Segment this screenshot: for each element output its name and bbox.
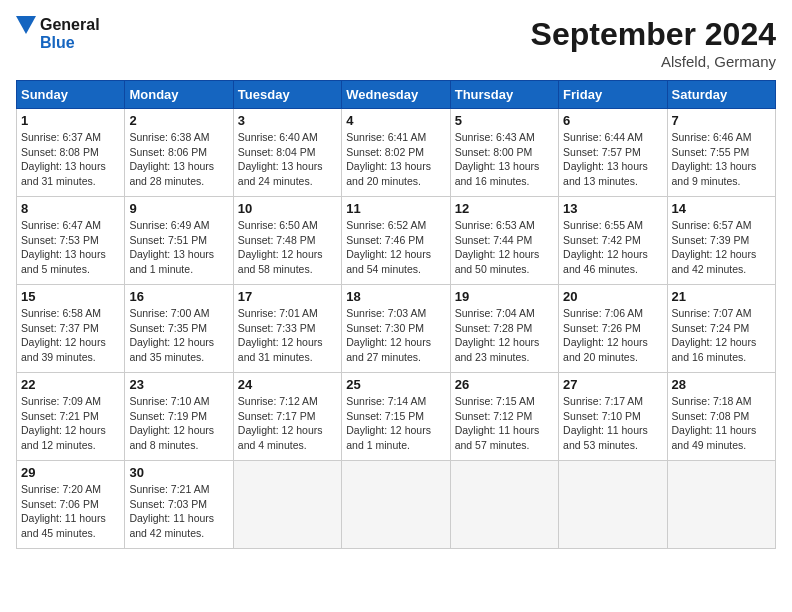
day-cell-11: 11Sunrise: 6:52 AMSunset: 7:46 PMDayligh… <box>342 197 450 285</box>
day-cell-4: 4Sunrise: 6:41 AMSunset: 8:02 PMDaylight… <box>342 109 450 197</box>
day-info: Sunrise: 6:38 AMSunset: 8:06 PMDaylight:… <box>129 130 228 189</box>
title-area: September 2024 Alsfeld, Germany <box>531 16 776 70</box>
day-number: 28 <box>672 377 771 392</box>
day-info: Sunrise: 7:03 AMSunset: 7:30 PMDaylight:… <box>346 306 445 365</box>
day-info: Sunrise: 6:43 AMSunset: 8:00 PMDaylight:… <box>455 130 554 189</box>
calendar-body: 1Sunrise: 6:37 AMSunset: 8:08 PMDaylight… <box>17 109 776 549</box>
day-info: Sunrise: 7:10 AMSunset: 7:19 PMDaylight:… <box>129 394 228 453</box>
calendar-week-2: 8Sunrise: 6:47 AMSunset: 7:53 PMDaylight… <box>17 197 776 285</box>
day-info: Sunrise: 6:57 AMSunset: 7:39 PMDaylight:… <box>672 218 771 277</box>
day-number: 19 <box>455 289 554 304</box>
day-info: Sunrise: 7:12 AMSunset: 7:17 PMDaylight:… <box>238 394 337 453</box>
day-info: Sunrise: 6:37 AMSunset: 8:08 PMDaylight:… <box>21 130 120 189</box>
header-cell-friday: Friday <box>559 81 667 109</box>
day-info: Sunrise: 7:17 AMSunset: 7:10 PMDaylight:… <box>563 394 662 453</box>
day-cell-28: 28Sunrise: 7:18 AMSunset: 7:08 PMDayligh… <box>667 373 775 461</box>
header: General Blue September 2024 Alsfeld, Ger… <box>16 16 776 70</box>
day-cell-29: 29Sunrise: 7:20 AMSunset: 7:06 PMDayligh… <box>17 461 125 549</box>
day-info: Sunrise: 7:06 AMSunset: 7:26 PMDaylight:… <box>563 306 662 365</box>
logo-blue: Blue <box>40 34 100 52</box>
day-cell-empty-6 <box>667 461 775 549</box>
day-info: Sunrise: 6:52 AMSunset: 7:46 PMDaylight:… <box>346 218 445 277</box>
day-cell-20: 20Sunrise: 7:06 AMSunset: 7:26 PMDayligh… <box>559 285 667 373</box>
day-cell-8: 8Sunrise: 6:47 AMSunset: 7:53 PMDaylight… <box>17 197 125 285</box>
day-info: Sunrise: 7:07 AMSunset: 7:24 PMDaylight:… <box>672 306 771 365</box>
day-number: 12 <box>455 201 554 216</box>
day-info: Sunrise: 7:15 AMSunset: 7:12 PMDaylight:… <box>455 394 554 453</box>
day-cell-empty-4 <box>450 461 558 549</box>
day-cell-3: 3Sunrise: 6:40 AMSunset: 8:04 PMDaylight… <box>233 109 341 197</box>
day-number: 26 <box>455 377 554 392</box>
svg-marker-0 <box>16 16 36 34</box>
day-number: 21 <box>672 289 771 304</box>
day-number: 25 <box>346 377 445 392</box>
day-info: Sunrise: 6:47 AMSunset: 7:53 PMDaylight:… <box>21 218 120 277</box>
day-number: 18 <box>346 289 445 304</box>
day-cell-23: 23Sunrise: 7:10 AMSunset: 7:19 PMDayligh… <box>125 373 233 461</box>
day-cell-26: 26Sunrise: 7:15 AMSunset: 7:12 PMDayligh… <box>450 373 558 461</box>
header-cell-thursday: Thursday <box>450 81 558 109</box>
day-cell-21: 21Sunrise: 7:07 AMSunset: 7:24 PMDayligh… <box>667 285 775 373</box>
day-number: 10 <box>238 201 337 216</box>
day-info: Sunrise: 7:18 AMSunset: 7:08 PMDaylight:… <box>672 394 771 453</box>
day-cell-16: 16Sunrise: 7:00 AMSunset: 7:35 PMDayligh… <box>125 285 233 373</box>
day-cell-empty-2 <box>233 461 341 549</box>
logo-general: General <box>40 16 100 34</box>
day-cell-14: 14Sunrise: 6:57 AMSunset: 7:39 PMDayligh… <box>667 197 775 285</box>
day-cell-10: 10Sunrise: 6:50 AMSunset: 7:48 PMDayligh… <box>233 197 341 285</box>
day-info: Sunrise: 6:55 AMSunset: 7:42 PMDaylight:… <box>563 218 662 277</box>
day-info: Sunrise: 6:44 AMSunset: 7:57 PMDaylight:… <box>563 130 662 189</box>
calendar-week-1: 1Sunrise: 6:37 AMSunset: 8:08 PMDaylight… <box>17 109 776 197</box>
day-number: 15 <box>21 289 120 304</box>
header-cell-monday: Monday <box>125 81 233 109</box>
day-info: Sunrise: 6:50 AMSunset: 7:48 PMDaylight:… <box>238 218 337 277</box>
day-number: 7 <box>672 113 771 128</box>
day-info: Sunrise: 6:49 AMSunset: 7:51 PMDaylight:… <box>129 218 228 277</box>
day-cell-5: 5Sunrise: 6:43 AMSunset: 8:00 PMDaylight… <box>450 109 558 197</box>
header-row: SundayMondayTuesdayWednesdayThursdayFrid… <box>17 81 776 109</box>
header-cell-wednesday: Wednesday <box>342 81 450 109</box>
day-number: 27 <box>563 377 662 392</box>
day-number: 3 <box>238 113 337 128</box>
day-info: Sunrise: 6:46 AMSunset: 7:55 PMDaylight:… <box>672 130 771 189</box>
day-number: 6 <box>563 113 662 128</box>
logo: General Blue <box>16 16 100 52</box>
day-number: 9 <box>129 201 228 216</box>
day-number: 8 <box>21 201 120 216</box>
day-number: 17 <box>238 289 337 304</box>
day-cell-25: 25Sunrise: 7:14 AMSunset: 7:15 PMDayligh… <box>342 373 450 461</box>
day-number: 24 <box>238 377 337 392</box>
day-number: 4 <box>346 113 445 128</box>
calendar-week-3: 15Sunrise: 6:58 AMSunset: 7:37 PMDayligh… <box>17 285 776 373</box>
day-number: 30 <box>129 465 228 480</box>
day-cell-19: 19Sunrise: 7:04 AMSunset: 7:28 PMDayligh… <box>450 285 558 373</box>
day-number: 29 <box>21 465 120 480</box>
header-cell-saturday: Saturday <box>667 81 775 109</box>
day-number: 13 <box>563 201 662 216</box>
day-cell-9: 9Sunrise: 6:49 AMSunset: 7:51 PMDaylight… <box>125 197 233 285</box>
day-info: Sunrise: 6:40 AMSunset: 8:04 PMDaylight:… <box>238 130 337 189</box>
day-cell-13: 13Sunrise: 6:55 AMSunset: 7:42 PMDayligh… <box>559 197 667 285</box>
day-cell-30: 30Sunrise: 7:21 AMSunset: 7:03 PMDayligh… <box>125 461 233 549</box>
location: Alsfeld, Germany <box>531 53 776 70</box>
header-cell-sunday: Sunday <box>17 81 125 109</box>
day-cell-2: 2Sunrise: 6:38 AMSunset: 8:06 PMDaylight… <box>125 109 233 197</box>
day-number: 1 <box>21 113 120 128</box>
day-cell-27: 27Sunrise: 7:17 AMSunset: 7:10 PMDayligh… <box>559 373 667 461</box>
day-cell-24: 24Sunrise: 7:12 AMSunset: 7:17 PMDayligh… <box>233 373 341 461</box>
day-cell-empty-5 <box>559 461 667 549</box>
day-cell-6: 6Sunrise: 6:44 AMSunset: 7:57 PMDaylight… <box>559 109 667 197</box>
day-info: Sunrise: 6:41 AMSunset: 8:02 PMDaylight:… <box>346 130 445 189</box>
calendar-week-4: 22Sunrise: 7:09 AMSunset: 7:21 PMDayligh… <box>17 373 776 461</box>
day-number: 2 <box>129 113 228 128</box>
day-number: 14 <box>672 201 771 216</box>
day-info: Sunrise: 7:21 AMSunset: 7:03 PMDaylight:… <box>129 482 228 541</box>
day-info: Sunrise: 7:04 AMSunset: 7:28 PMDaylight:… <box>455 306 554 365</box>
day-info: Sunrise: 7:09 AMSunset: 7:21 PMDaylight:… <box>21 394 120 453</box>
day-number: 16 <box>129 289 228 304</box>
day-info: Sunrise: 6:58 AMSunset: 7:37 PMDaylight:… <box>21 306 120 365</box>
calendar: SundayMondayTuesdayWednesdayThursdayFrid… <box>16 80 776 549</box>
day-number: 22 <box>21 377 120 392</box>
day-info: Sunrise: 7:14 AMSunset: 7:15 PMDaylight:… <box>346 394 445 453</box>
day-cell-18: 18Sunrise: 7:03 AMSunset: 7:30 PMDayligh… <box>342 285 450 373</box>
